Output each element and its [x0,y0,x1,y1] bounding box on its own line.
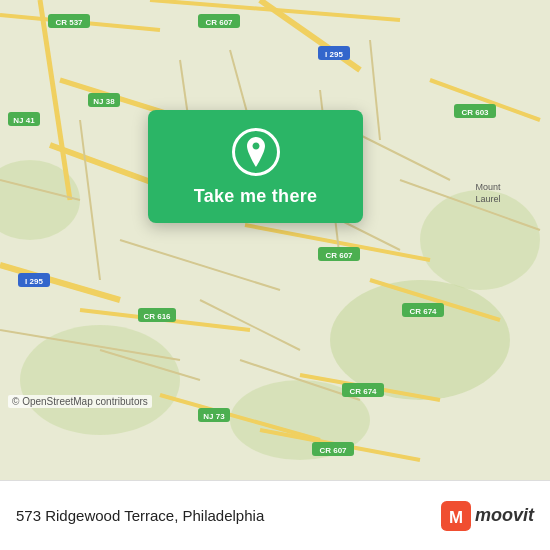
svg-text:Laurel: Laurel [475,194,500,204]
svg-text:M: M [449,507,463,526]
map-svg: CR 537 CR 607 I 295 NJ 41 NJ 38 I 295 CR… [0,0,550,480]
svg-text:CR 674: CR 674 [409,307,437,316]
map-container: CR 537 CR 607 I 295 NJ 41 NJ 38 I 295 CR… [0,0,550,480]
svg-text:CR 603: CR 603 [461,108,489,117]
svg-text:CR 607: CR 607 [319,446,347,455]
svg-text:NJ 41: NJ 41 [13,116,35,125]
svg-text:CR 616: CR 616 [143,312,171,321]
svg-text:CR 607: CR 607 [205,18,233,27]
svg-text:CR 674: CR 674 [349,387,377,396]
take-me-there-button[interactable]: Take me there [194,186,318,207]
moovit-text: moovit [475,505,534,526]
svg-text:NJ 38: NJ 38 [93,97,115,106]
svg-text:CR 537: CR 537 [55,18,83,27]
bottom-bar: 573 Ridgewood Terrace, Philadelphia M mo… [0,480,550,550]
address-label: 573 Ridgewood Terrace, Philadelphia [16,507,264,524]
navigation-popup[interactable]: Take me there [148,110,363,223]
moovit-brand-icon: M [441,501,471,531]
svg-text:NJ 73: NJ 73 [203,412,225,421]
map-attribution: © OpenStreetMap contributors [8,395,152,408]
svg-text:CR 607: CR 607 [325,251,353,260]
svg-text:Mount: Mount [475,182,501,192]
svg-point-4 [420,190,540,290]
svg-text:I 295: I 295 [25,277,43,286]
moovit-logo: M moovit [441,501,534,531]
svg-point-1 [330,280,510,400]
svg-text:I 295: I 295 [325,50,343,59]
svg-point-2 [20,325,180,435]
location-pin-icon [232,128,280,176]
